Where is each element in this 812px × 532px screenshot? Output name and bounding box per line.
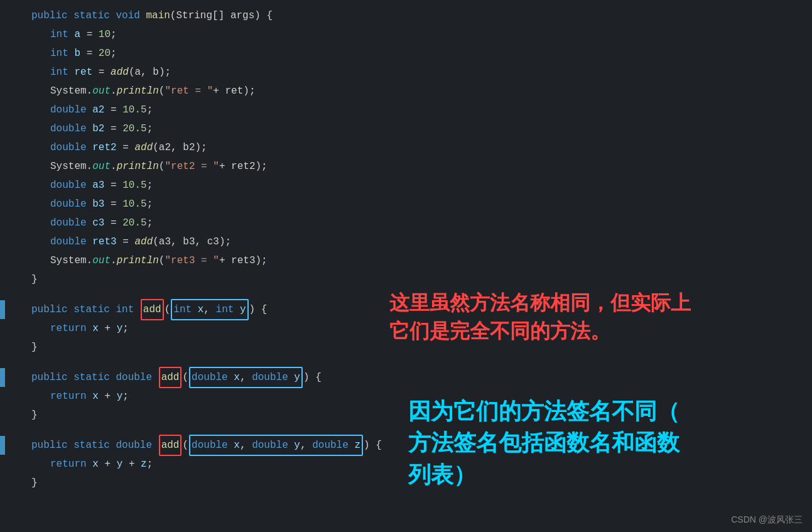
annotation-cyan-text: 因为它们的方法签名不同（ 方法签名包括函数名和函数 列表） bbox=[408, 396, 804, 491]
code-line-22: public static double add(double x, doubl… bbox=[0, 436, 414, 455]
code-line-15: } bbox=[0, 270, 414, 289]
code-line-20: return x + y; bbox=[0, 387, 414, 406]
code-line-1: public static void main(String[] args) { bbox=[0, 6, 414, 25]
annotation-cyan-line2: 方法签名包括函数名和函数 bbox=[408, 430, 679, 455]
code-line-2: int a = 10; bbox=[0, 25, 414, 44]
code-line-17: return x + y; bbox=[0, 319, 414, 338]
code-line-4: int ret = add(a, b); bbox=[0, 63, 414, 82]
code-line-7: double b2 = 20.5; bbox=[0, 119, 414, 138]
code-line-8: double ret2 = add(a2, b2); bbox=[0, 138, 414, 157]
annotation-cyan-line3: 列表） bbox=[408, 462, 476, 487]
code-line-13: double ret3 = add(a3, b3, c3); bbox=[0, 232, 414, 251]
code-line-24: } bbox=[0, 474, 414, 492]
annotation-red-area: 这里虽然方法名称相同，但实际上 它们是完全不同的方法。 bbox=[389, 289, 804, 345]
code-line-12: double c3 = 20.5; bbox=[0, 214, 414, 232]
annotation-cyan-area: 因为它们的方法签名不同（ 方法签名包括函数名和函数 列表） bbox=[408, 383, 804, 491]
watermark: CSDN @波风张三 bbox=[731, 514, 803, 526]
code-line-3: int b = 20; bbox=[0, 44, 414, 63]
code-line-18: } bbox=[0, 338, 414, 357]
code-editor: public static void main(String[] args) {… bbox=[0, 0, 414, 532]
annotation-cyan-line1: 因为它们的方法签名不同（ bbox=[408, 398, 679, 424]
annotation-red-line1: 这里虽然方法名称相同，但实际上 bbox=[389, 291, 691, 314]
code-line-6: double a2 = 10.5; bbox=[0, 100, 414, 119]
code-line-16: public static int add(int x, int y) { bbox=[0, 300, 414, 319]
code-line-10: double a3 = 10.5; bbox=[0, 176, 414, 195]
code-line-9: System.out.println("ret2 = " + ret2); bbox=[0, 157, 414, 176]
annotation-red-line2: 它们是完全不同的方法。 bbox=[389, 320, 610, 342]
annotation-red-text: 这里虽然方法名称相同，但实际上 它们是完全不同的方法。 bbox=[389, 289, 804, 345]
code-line-23: return x + y + z; bbox=[0, 455, 414, 474]
code-line-5: System.out.println("ret = " + ret); bbox=[0, 82, 414, 100]
code-line-11: double b3 = 10.5; bbox=[0, 195, 414, 214]
code-line-14: System.out.println("ret3 = " + ret3); bbox=[0, 251, 414, 270]
code-line-19: public static double add(double x, doubl… bbox=[0, 368, 414, 387]
code-line-21: } bbox=[0, 406, 414, 425]
watermark-text: CSDN @波风张三 bbox=[731, 514, 803, 524]
